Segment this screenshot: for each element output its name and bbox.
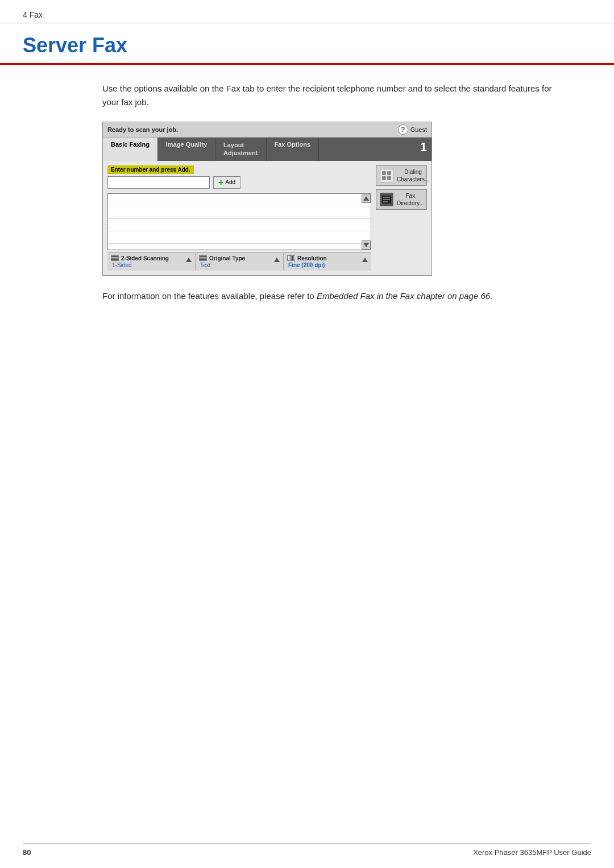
bottom-scanning-item[interactable]: 2-Sided Scanning 1-Sided [107,253,196,271]
recipient-row-4 [108,231,371,244]
resolution-icon [287,255,295,261]
scanning-label-text: 2-Sided Scanning [121,255,169,261]
resolution-label-text: Resolution [297,255,327,261]
page-title: Server Fax [23,34,591,63]
mockup-left-panel: Enter number and press Add. + Add [107,165,371,271]
scanning-value: 1-Sided [111,262,169,268]
fax-dir-label: FaxDirectory... [397,192,424,207]
mockup-guest-area: ? Guest [398,124,427,135]
breadcrumb-text: 4 Fax [23,10,43,19]
recipient-row-3 [108,219,371,231]
mockup-topbar: Ready to scan your job. ? Guest [103,122,432,138]
mockup-status: Ready to scan your job. [107,126,178,133]
breadcrumb: 4 Fax [0,0,614,23]
original-icon [199,255,207,261]
scroll-down-icon [363,243,369,247]
tab-layout-adjustment[interactable]: LayoutAdjustment [215,138,267,161]
recipients-list [107,193,371,250]
reference-text-after: . [490,291,492,301]
original-type-value: Text [199,262,245,268]
svg-rect-2 [382,176,386,180]
resolution-label: Resolution [287,255,327,261]
ui-mockup: Ready to scan your job. ? Guest Basic Fa… [102,122,432,276]
enter-number-label: Enter number and press Add. [107,165,194,174]
footer-product: Xerox Phaser 3635MFP User Guide [473,848,591,857]
reference-italic: Embedded Fax in the Fax chapter on page … [317,291,490,301]
tab-fax-options-label: Fax Options [275,141,311,148]
scroll-up-button[interactable] [362,194,371,203]
bottom-resolution-item[interactable]: Resolution Fine (200 dpi) [284,253,371,271]
svg-rect-1 [387,171,391,175]
page-footer: 80 Xerox Phaser 3635MFP User Guide [23,843,591,857]
scanning-expand-icon [186,258,192,262]
svg-rect-4 [384,173,384,173]
recipients-rows [108,194,371,244]
fax-dir-icon [380,193,393,206]
scroll-up-icon [363,196,369,201]
resolution-value: Fine (200 dpi) [287,262,327,268]
scroll-down-button[interactable] [362,240,371,250]
original-type-label-text: Original Type [209,255,245,261]
reference-text-before: For information on the features availabl… [102,291,317,301]
original-type-label: Original Type [199,255,245,261]
mockup-right-panel: DialingCharacters... FaxDirectory... [376,165,427,271]
svg-rect-8 [383,201,388,202]
add-button-label: Add [225,179,235,185]
svg-rect-3 [387,176,391,180]
tab-fax-options[interactable]: Fax Options [267,138,320,161]
fax-directory-button[interactable]: FaxDirectory... [376,189,427,210]
main-content: Use the options available on the Fax tab… [0,65,614,326]
dialing-icon [380,169,393,182]
mockup-tab-bar: Basic Faxing Image Quality LayoutAdjustm… [103,138,432,161]
scanning-icon [111,255,119,261]
recipient-row-1 [108,194,371,206]
dialing-characters-button[interactable]: DialingCharacters... [376,165,427,186]
mockup-bottom-row: 2-Sided Scanning 1-Sided [107,252,371,271]
tab-basic-faxing[interactable]: Basic Faxing [103,138,158,161]
title-section: Server Fax [0,23,614,65]
tab-image-quality[interactable]: Image Quality [158,138,215,161]
add-plus-icon: + [218,178,223,187]
fax-number-input[interactable] [107,176,210,189]
dialing-label: DialingCharacters... [397,168,429,183]
svg-rect-6 [383,197,390,198]
tab-basic-faxing-label: Basic Faxing [111,141,150,148]
bottom-original-item[interactable]: Original Type Text [196,253,284,271]
add-button[interactable]: + Add [213,176,240,189]
reference-paragraph: For information on the features availabl… [102,289,569,303]
tab-image-quality-label: Image Quality [166,141,207,148]
guest-label: Guest [410,126,427,133]
footer-page-number: 80 [23,848,31,857]
tab-layout-label: LayoutAdjustment [223,142,258,156]
guest-icon: ? [398,124,408,135]
tab-number: 1 [420,140,427,155]
intro-paragraph: Use the options available on the Fax tab… [102,82,569,109]
mockup-body: Enter number and press Add. + Add [103,161,432,275]
scanning-label: 2-Sided Scanning [111,255,169,261]
recipient-row-2 [108,206,371,219]
original-expand-icon [274,258,280,262]
svg-rect-7 [383,199,390,200]
resolution-expand-icon [362,258,368,262]
number-input-row: + Add [107,176,371,189]
